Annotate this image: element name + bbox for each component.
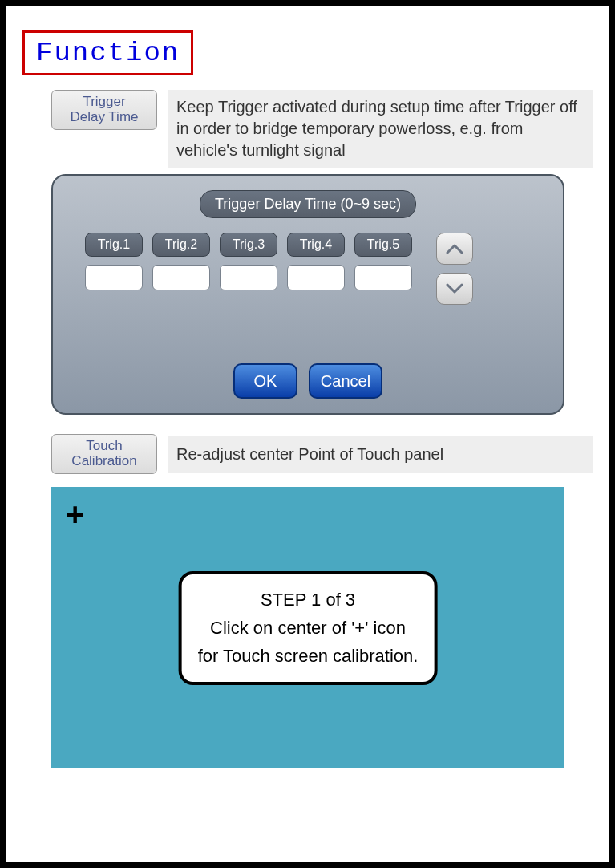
touch-calibration-label-line1: Touch [52,439,156,454]
arrow-up-button[interactable] [436,233,473,265]
dialog-button-row: OK Cancel [53,363,563,399]
trigger-delay-label-line1: Trigger [52,95,156,110]
page-container: Function Trigger Delay Time Keep Trigger… [0,0,615,868]
trig-input-3[interactable] [220,265,277,290]
trigger-delay-description: Keep Trigger activated during setup time… [168,90,593,168]
trig-input-4[interactable] [287,265,345,290]
step-line-3: for Touch screen calibration. [198,642,419,670]
step-line-2: Click on center of '+' icon [198,614,419,642]
touch-calibration-description: Re-adjust center Point of Touch panel [168,436,593,473]
dialog-title: Trigger Delay Time (0~9 sec) [200,190,416,218]
section-title: Function [22,30,193,75]
trig-input-5[interactable] [354,265,412,290]
trig-label-4: Trig.4 [287,233,345,257]
trigger-delay-label-line2: Delay Time [52,110,156,125]
ok-button[interactable]: OK [233,363,297,399]
trigger-delay-row: Trigger Delay Time Keep Trigger activate… [51,90,593,168]
trigger-delay-dialog: Trigger Delay Time (0~9 sec) Trig.1 Trig… [51,174,564,415]
touch-calibration-row: Touch Calibration Re-adjust center Point… [51,434,593,474]
touch-calibration-label-line2: Calibration [52,454,156,469]
chevron-up-icon [446,243,463,254]
arrow-down-button[interactable] [436,273,473,305]
trig-label-2: Trig.2 [152,233,210,257]
calibration-panel[interactable]: + STEP 1 of 3 Click on center of '+' ico… [51,487,564,768]
trig-label-5: Trig.5 [354,233,412,257]
step-title: STEP 1 of 3 [198,586,419,614]
chevron-down-icon [446,283,463,294]
trig-input-2[interactable] [152,265,210,290]
trigger-grid: Trig.1 Trig.2 Trig.3 Trig.4 Trig.5 [85,233,553,305]
trigger-delay-button[interactable]: Trigger Delay Time [51,90,157,130]
touch-calibration-button[interactable]: Touch Calibration [51,434,157,474]
trig-label-3: Trig.3 [220,233,277,257]
trig-label-1: Trig.1 [85,233,143,257]
plus-icon[interactable]: + [66,498,84,530]
calibration-step-popup: STEP 1 of 3 Click on center of '+' icon … [179,571,438,685]
trig-input-1[interactable] [85,265,143,290]
cancel-button[interactable]: Cancel [309,363,382,399]
